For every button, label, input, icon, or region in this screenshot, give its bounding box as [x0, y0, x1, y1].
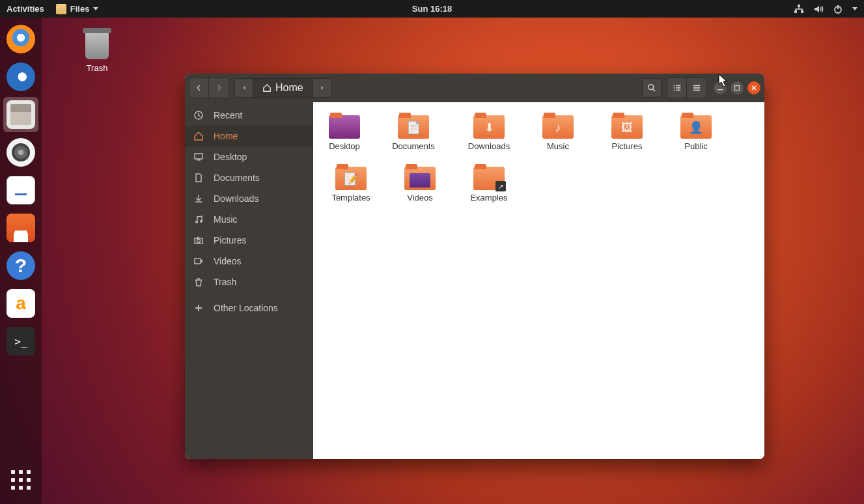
- maximize-button[interactable]: [731, 81, 744, 94]
- nav-buttons: [189, 77, 229, 98]
- svg-rect-24: [197, 237, 199, 238]
- dock-firefox[interactable]: [3, 21, 38, 57]
- svg-rect-19: [197, 160, 201, 161]
- files-menu-icon: [56, 4, 66, 14]
- dock-libreoffice-writer[interactable]: [3, 173, 38, 208]
- folder-label: Documents: [392, 141, 435, 151]
- plus-icon: [193, 303, 204, 313]
- svg-rect-7: [676, 85, 680, 87]
- folder-label: Pictures: [612, 141, 643, 151]
- files-headerbar: Home: [185, 74, 764, 102]
- folder-videos[interactable]: Videos: [400, 164, 439, 203]
- files-sidebar: RecentHomeDesktopDocumentsDownloadsMusic…: [185, 102, 313, 459]
- svg-rect-25: [195, 259, 201, 264]
- show-applications-button[interactable]: [3, 462, 38, 497]
- software-icon: [7, 214, 35, 242]
- help-icon: ?: [7, 251, 35, 280]
- view-buttons: [667, 77, 707, 98]
- activities-button[interactable]: Activities: [7, 4, 44, 14]
- folder-public[interactable]: 👤Public: [676, 113, 716, 151]
- volume-icon[interactable]: [813, 4, 824, 14]
- launcher-dock: ? a >_: [0, 18, 42, 504]
- sidebar-item-desktop[interactable]: Desktop: [185, 147, 313, 167]
- sidebar-item-label: Music: [214, 214, 238, 225]
- path-segment-home[interactable]: Home: [253, 79, 313, 97]
- menu-button[interactable]: [687, 78, 706, 98]
- folder-icon: [329, 113, 360, 139]
- sidebar-item-documents[interactable]: Documents: [185, 167, 313, 188]
- trash-desktop-icon[interactable]: Trash: [68, 27, 126, 73]
- svg-rect-15: [718, 89, 723, 91]
- trash-label: Trash: [68, 63, 126, 73]
- path-prev-button[interactable]: [235, 79, 253, 97]
- sidebar-item-label: Videos: [214, 256, 242, 266]
- svg-rect-12: [693, 85, 701, 87]
- dock-files[interactable]: [3, 97, 38, 132]
- list-view-button[interactable]: [667, 78, 687, 98]
- folder-icon: 🖼: [611, 113, 643, 139]
- path-label: Home: [275, 82, 303, 94]
- folder-label: Public: [684, 141, 707, 151]
- path-next-button[interactable]: [313, 79, 331, 97]
- svg-rect-13: [693, 87, 701, 89]
- download-icon: [193, 193, 204, 204]
- chevron-down-icon: [93, 7, 98, 10]
- dock-rhythmbox[interactable]: [3, 135, 38, 170]
- svg-point-5: [648, 85, 654, 90]
- system-menu-chevron-icon[interactable]: [852, 7, 857, 10]
- folder-examples[interactable]: ↗Examples: [463, 164, 515, 203]
- network-icon[interactable]: [794, 4, 804, 14]
- desktop-area[interactable]: Trash Home: [42, 18, 864, 504]
- folder-desktop[interactable]: Desktop: [325, 113, 364, 151]
- folder-label: Videos: [407, 193, 433, 203]
- sidebar-item-downloads[interactable]: Downloads: [185, 188, 313, 209]
- svg-point-23: [197, 240, 201, 243]
- sidebar-item-label: Home: [214, 131, 238, 141]
- dock-ubuntu-software[interactable]: [3, 210, 38, 245]
- folder-icon: ↗: [473, 164, 505, 190]
- amazon-icon: a: [7, 289, 35, 318]
- folder-label: Templates: [331, 193, 370, 203]
- sidebar-item-music[interactable]: Music: [185, 209, 313, 230]
- svg-point-21: [200, 220, 202, 223]
- close-button[interactable]: [747, 81, 760, 94]
- sidebar-item-home[interactable]: Home: [185, 126, 313, 147]
- folder-templates[interactable]: 📝Templates: [325, 164, 377, 203]
- sidebar-item-label: Downloads: [214, 193, 258, 204]
- files-window: Home RecentHomeD: [185, 74, 764, 459]
- folder-icon: ⬇: [473, 113, 505, 139]
- sidebar-item-recent[interactable]: Recent: [185, 105, 313, 126]
- power-icon[interactable]: [833, 4, 843, 14]
- dock-amazon[interactable]: a: [3, 286, 38, 321]
- dock-thunderbird[interactable]: [3, 59, 38, 94]
- folder-pictures[interactable]: 🖼Pictures: [601, 113, 653, 151]
- folder-label: Music: [547, 141, 569, 151]
- svg-rect-6: [673, 85, 675, 87]
- sidebar-item-trash[interactable]: Trash: [185, 272, 313, 292]
- sidebar-item-label: Trash: [214, 277, 236, 287]
- minimize-button[interactable]: [714, 81, 727, 94]
- forward-button[interactable]: [209, 78, 229, 98]
- folder-music[interactable]: ♪Music: [538, 113, 578, 151]
- sidebar-item-other-locations[interactable]: Other Locations: [185, 298, 313, 318]
- sidebar-item-label: Documents: [214, 173, 260, 183]
- sidebar-item-pictures[interactable]: Pictures: [185, 230, 313, 251]
- sidebar-item-label: Desktop: [214, 152, 247, 162]
- clock-label[interactable]: Sun 16:18: [412, 4, 452, 14]
- trash-icon: [83, 27, 111, 59]
- rhythmbox-icon: [7, 138, 35, 167]
- folder-downloads[interactable]: ⬇Downloads: [463, 113, 515, 151]
- writer-icon: [7, 176, 35, 204]
- path-bar: Home: [234, 78, 332, 98]
- search-button[interactable]: [642, 78, 662, 98]
- dock-help[interactable]: ?: [3, 248, 38, 283]
- folder-documents[interactable]: 📄Documents: [387, 113, 439, 151]
- camera-icon: [193, 235, 204, 245]
- svg-rect-14: [693, 90, 701, 91]
- dock-terminal[interactable]: >_: [3, 324, 38, 359]
- sidebar-item-videos[interactable]: Videos: [185, 251, 313, 272]
- files-content[interactable]: Desktop📄Documents⬇Downloads♪Music🖼Pictur…: [313, 102, 764, 459]
- app-menu-button[interactable]: Files: [56, 4, 99, 14]
- back-button[interactable]: [189, 78, 209, 98]
- svg-rect-4: [837, 5, 839, 9]
